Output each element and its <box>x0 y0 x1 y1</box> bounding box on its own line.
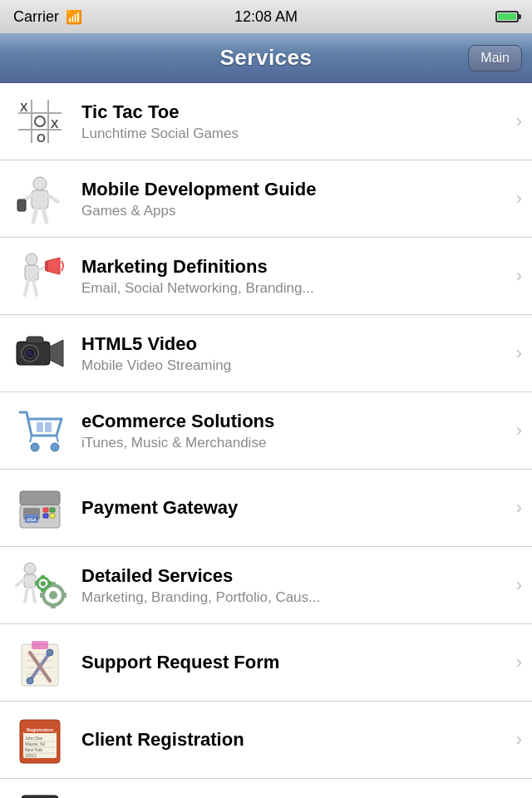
svg-rect-12 <box>17 200 26 211</box>
status-bar: Carrier 📶 12:08 AM <box>0 0 532 33</box>
calculator-icon: 1234567890 <box>10 787 70 798</box>
svg-rect-45 <box>24 574 36 588</box>
chevron-icon: › <box>516 652 522 673</box>
svg-rect-55 <box>62 593 66 598</box>
svg-marker-26 <box>50 340 63 367</box>
svg-rect-40 <box>20 491 60 505</box>
svg-point-25 <box>27 351 32 356</box>
marketing-icon <box>10 246 70 306</box>
chevron-icon: › <box>516 111 522 132</box>
svg-rect-67 <box>32 641 48 649</box>
svg-line-21 <box>33 280 37 295</box>
svg-rect-59 <box>41 589 45 592</box>
video-icon <box>10 323 70 383</box>
svg-point-51 <box>49 591 57 599</box>
list-item[interactable]: Support Request Form › <box>0 624 532 702</box>
battery-icon <box>495 11 519 22</box>
svg-rect-33 <box>45 422 52 432</box>
mobile-dev-icon <box>10 169 70 229</box>
svg-point-71 <box>47 649 53 656</box>
svg-point-31 <box>51 443 59 451</box>
svg-point-30 <box>31 443 39 451</box>
svg-line-49 <box>32 588 35 602</box>
svg-rect-54 <box>40 593 45 598</box>
status-time: 12:08 AM <box>234 8 298 26</box>
svg-rect-19 <box>45 261 48 271</box>
item-content: Support Request Form <box>81 651 510 675</box>
list-item[interactable]: Mobile Development Guide Games & Apps › <box>0 160 532 238</box>
chevron-icon: › <box>516 497 522 519</box>
item-content: Tic Tac Toe Lunchtime Social Games <box>81 101 510 143</box>
svg-rect-27 <box>27 337 43 343</box>
svg-rect-39 <box>50 514 55 518</box>
svg-marker-18 <box>47 258 60 274</box>
item-subtitle: Email, Social Networking, Branding... <box>81 280 510 297</box>
navigation-bar: Services Main <box>0 33 532 83</box>
svg-text:VISA: VISA <box>27 517 37 522</box>
svg-rect-61 <box>48 581 52 585</box>
svg-line-13 <box>33 209 37 222</box>
item-title: Tic Tac Toe <box>81 101 510 125</box>
item-title: Mobile Development Guide <box>81 178 510 202</box>
item-title: HTML5 Video <box>81 332 510 357</box>
item-content: eCommerce Solutions iTunes, Music & Merc… <box>81 410 510 452</box>
item-content: Detailed Services Marketing, Branding, P… <box>81 564 510 607</box>
page-title: Services <box>220 45 313 71</box>
svg-text:X: X <box>51 117 59 131</box>
svg-rect-37 <box>50 508 55 512</box>
tic-tac-toe-icon: X X O <box>10 91 70 151</box>
svg-rect-36 <box>43 508 48 512</box>
item-title: Support Request Form <box>81 651 510 675</box>
support-icon <box>10 633 70 692</box>
item-title: Marketing Definitions <box>81 255 510 279</box>
item-title: Payment Gateway <box>81 496 510 520</box>
battery-fill <box>498 13 516 20</box>
detailed-services-icon <box>10 555 70 615</box>
svg-line-20 <box>25 280 28 295</box>
carrier-label: Carrier <box>13 8 59 26</box>
list-item[interactable]: X X O Tic Tac Toe Lunchtime Social Games… <box>0 83 532 160</box>
svg-point-15 <box>26 254 37 265</box>
chevron-icon: › <box>516 342 522 364</box>
chevron-icon: › <box>516 729 522 751</box>
main-button[interactable]: Main <box>468 45 522 71</box>
chevron-icon: › <box>516 265 522 287</box>
svg-rect-53 <box>51 603 56 608</box>
list-item[interactable]: Marketing Definitions Email, Social Netw… <box>0 238 532 315</box>
item-title: Detailed Services <box>81 564 510 589</box>
item-subtitle: Lunchtime Social Games <box>81 126 510 142</box>
svg-rect-60 <box>35 581 38 585</box>
item-content: HTML5 Video Mobile Video Streaming <box>81 332 510 375</box>
svg-point-6 <box>35 116 45 126</box>
item-subtitle: Marketing, Branding, Portfolio, Caus... <box>81 589 510 606</box>
svg-text:Wayne, NJ: Wayne, NJ <box>25 741 46 746</box>
chevron-icon: › <box>516 574 522 596</box>
svg-line-29 <box>57 436 58 442</box>
item-content: Mobile Development Guide Games & Apps <box>81 178 510 220</box>
svg-line-28 <box>30 436 32 442</box>
list-item[interactable]: Registration John Doe Wayne, NJ New York… <box>0 702 532 779</box>
chevron-icon: › <box>516 188 522 209</box>
svg-rect-58 <box>41 575 45 579</box>
item-subtitle: Mobile Video Streaming <box>81 357 510 374</box>
item-title: Client Registration <box>81 728 510 752</box>
svg-point-44 <box>24 563 36 574</box>
svg-text:New York: New York <box>25 747 43 752</box>
item-subtitle: iTunes, Music & Merchandise <box>81 435 510 451</box>
status-right <box>495 11 519 22</box>
list-item[interactable]: VISA Payment Gateway › <box>0 470 532 547</box>
list-item[interactable]: eCommerce Solutions iTunes, Music & Merc… <box>0 392 532 470</box>
svg-rect-9 <box>32 190 48 209</box>
list-item[interactable]: HTML5 Video Mobile Video Streaming › <box>0 315 532 392</box>
ecommerce-icon <box>10 401 70 461</box>
svg-point-8 <box>33 177 47 190</box>
chevron-icon: › <box>516 420 522 441</box>
svg-line-11 <box>48 195 58 202</box>
item-content: Client Registration <box>81 728 510 752</box>
list-item[interactable]: Detailed Services Marketing, Branding, P… <box>0 547 532 624</box>
svg-line-46 <box>17 579 24 585</box>
list-item[interactable]: 1234567890 Calculator › <box>0 779 532 798</box>
registration-icon: Registration John Doe Wayne, NJ New York… <box>10 710 70 770</box>
svg-text:10012: 10012 <box>25 753 37 758</box>
svg-rect-38 <box>43 514 48 518</box>
